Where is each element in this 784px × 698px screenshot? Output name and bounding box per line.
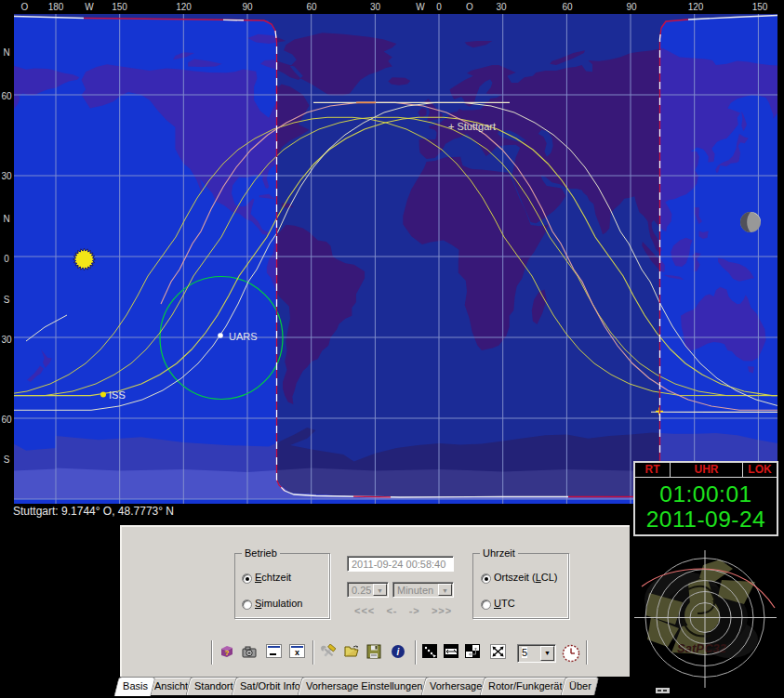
svg-text:O: O: [21, 2, 29, 12]
svg-text:ISS: ISS: [109, 389, 126, 401]
svg-text:N: N: [3, 47, 9, 58]
svg-text:W: W: [85, 2, 94, 12]
svg-text:30: 30: [496, 2, 507, 12]
svg-text:N: N: [3, 214, 9, 224]
svg-text:0: 0: [4, 254, 9, 264]
svg-text:180: 180: [48, 2, 64, 12]
svg-text:60: 60: [306, 2, 317, 12]
svg-text:Stuttgart: 9.1744° O, 48.7773°: Stuttgart: 9.1744° O, 48.7773° N: [13, 505, 174, 518]
svg-text:60: 60: [1, 415, 12, 425]
svg-text:W: W: [416, 2, 425, 12]
svg-text:S: S: [4, 295, 10, 305]
svg-text:30: 30: [1, 171, 12, 181]
svg-text:O: O: [466, 2, 473, 12]
svg-text:150: 150: [112, 2, 127, 12]
svg-text:i: i: [397, 647, 400, 657]
svg-text:120: 120: [176, 2, 192, 12]
svg-text:S: S: [4, 454, 10, 465]
svg-text:150: 150: [752, 2, 768, 12]
svg-text:60: 60: [562, 2, 573, 12]
svg-text:90: 90: [626, 2, 637, 12]
svg-text:120: 120: [688, 2, 704, 12]
svg-text:30: 30: [370, 2, 381, 12]
svg-text:30: 30: [1, 335, 12, 345]
svg-text:UARS: UARS: [229, 331, 258, 342]
svg-text:+ Stuttgart: + Stuttgart: [448, 121, 496, 132]
svg-text:0: 0: [436, 2, 442, 12]
svg-text:?: ?: [225, 649, 230, 657]
svg-text:90: 90: [242, 2, 253, 12]
svg-text:60: 60: [1, 91, 12, 101]
svg-text:x: x: [295, 648, 299, 657]
